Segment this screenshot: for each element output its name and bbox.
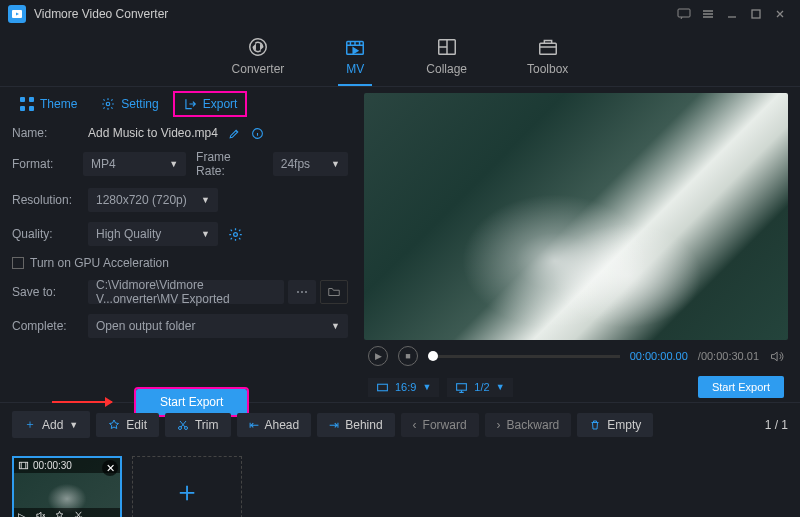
tab-label: Export: [203, 97, 238, 111]
framerate-label: Frame Rate:: [196, 150, 263, 178]
trim-button[interactable]: Trim: [165, 413, 231, 437]
pager: 1 / 1: [765, 418, 788, 432]
tab-export[interactable]: Export: [175, 93, 246, 115]
framerate-select[interactable]: 24fps▼: [273, 152, 348, 176]
svg-point-13: [234, 232, 238, 236]
zoom-select[interactable]: 1/2▼: [447, 378, 512, 397]
play-button[interactable]: ▶: [368, 346, 388, 366]
nav-label: Toolbox: [527, 62, 568, 76]
edit-name-icon[interactable]: [228, 127, 241, 140]
stop-button[interactable]: ■: [398, 346, 418, 366]
gpu-checkbox[interactable]: Turn on GPU Acceleration: [12, 256, 169, 270]
menu-icon[interactable]: [696, 2, 720, 26]
info-icon[interactable]: [251, 127, 264, 140]
tab-theme[interactable]: Theme: [12, 93, 85, 115]
resolution-label: Resolution:: [12, 193, 78, 207]
top-nav: Converter MV Collage Toolbox: [0, 28, 800, 87]
quality-label: Quality:: [12, 227, 78, 241]
browse-button[interactable]: ⋯: [288, 280, 316, 304]
nav-toolbox[interactable]: Toolbox: [521, 32, 574, 86]
aspect-value: 16:9: [395, 381, 416, 393]
export-panel: Theme Setting Export Name: Add Music to …: [0, 87, 360, 402]
close-icon[interactable]: [768, 2, 792, 26]
clip-thumbnail[interactable]: 00:00:30 ✕ ▷: [12, 456, 122, 517]
seek-slider[interactable]: [428, 355, 620, 358]
svg-rect-18: [19, 462, 27, 468]
svg-point-11: [107, 102, 111, 106]
annotation-arrow-icon: [52, 401, 112, 403]
volume-icon[interactable]: [769, 349, 784, 364]
format-value: MP4: [91, 157, 116, 171]
nav-label: Collage: [426, 62, 467, 76]
complete-value: Open output folder: [96, 319, 195, 333]
saveto-value: C:\Vidmore\Vidmore V...onverter\MV Expor…: [96, 278, 276, 306]
saveto-field[interactable]: C:\Vidmore\Vidmore V...onverter\MV Expor…: [88, 280, 284, 304]
film-icon: [18, 460, 29, 471]
forward-button[interactable]: ‹Forward: [401, 413, 479, 437]
mute-icon[interactable]: [35, 510, 46, 517]
framerate-value: 24fps: [281, 157, 310, 171]
gear-icon: [101, 97, 115, 111]
name-label: Name:: [12, 126, 78, 140]
tab-label: Setting: [121, 97, 158, 111]
screen-icon: [455, 381, 468, 394]
app-title: Vidmore Video Converter: [34, 7, 168, 21]
open-folder-icon[interactable]: [320, 280, 348, 304]
video-preview[interactable]: [364, 93, 788, 340]
app-logo-icon: [8, 5, 26, 23]
svg-rect-15: [457, 383, 467, 390]
complete-select[interactable]: Open output folder▼: [88, 314, 348, 338]
gpu-label: Turn on GPU Acceleration: [30, 256, 169, 270]
time-total: /00:00:30.01: [698, 350, 759, 362]
start-export-button[interactable]: Start Export: [136, 389, 247, 415]
feedback-icon[interactable]: [672, 2, 696, 26]
start-export-button-preview[interactable]: Start Export: [698, 376, 784, 398]
time-current: 00:00:00.00: [630, 350, 688, 362]
svg-marker-6: [261, 45, 263, 49]
saveto-label: Save to:: [12, 285, 78, 299]
add-clip-placeholder[interactable]: ＋: [132, 456, 242, 517]
preview-panel: ▶ ■ 00:00:00.00/00:00:30.01 16:9▼ 1/2▼ S…: [360, 87, 800, 402]
tab-label: Theme: [40, 97, 77, 111]
star-edit-icon[interactable]: [54, 510, 65, 517]
maximize-icon[interactable]: [744, 2, 768, 26]
minimize-icon[interactable]: [720, 2, 744, 26]
svg-marker-5: [253, 45, 255, 49]
export-icon: [183, 97, 197, 111]
behind-button[interactable]: ⇥Behind: [317, 413, 394, 437]
backward-button[interactable]: ›Backward: [485, 413, 572, 437]
edit-button[interactable]: Edit: [96, 413, 159, 437]
aspect-select[interactable]: 16:9▼: [368, 378, 439, 397]
svg-marker-8: [353, 48, 358, 53]
nav-label: MV: [346, 62, 364, 76]
format-select[interactable]: MP4▼: [83, 152, 186, 176]
tab-setting[interactable]: Setting: [93, 93, 166, 115]
svg-point-4: [250, 39, 267, 56]
nav-converter[interactable]: Converter: [226, 32, 291, 86]
add-button[interactable]: ＋Add▼: [12, 411, 90, 438]
clip-strip: 00:00:30 ✕ ▷ ＋: [0, 446, 800, 517]
resolution-value: 1280x720 (720p): [96, 193, 187, 207]
name-value: Add Music to Video.mp4: [88, 126, 218, 140]
quality-select[interactable]: High Quality▼: [88, 222, 218, 246]
remove-clip-icon[interactable]: ✕: [102, 460, 118, 476]
nav-collage[interactable]: Collage: [420, 32, 473, 86]
nav-mv[interactable]: MV: [338, 32, 372, 86]
format-label: Format:: [12, 157, 73, 171]
resolution-select[interactable]: 1280x720 (720p)▼: [88, 188, 218, 212]
ahead-button[interactable]: ⇤Ahead: [237, 413, 312, 437]
quality-settings-icon[interactable]: [228, 227, 243, 242]
svg-rect-3: [752, 10, 760, 18]
scissors-icon[interactable]: [73, 510, 84, 517]
titlebar: Vidmore Video Converter: [0, 0, 800, 28]
clip-duration: 00:00:30: [33, 460, 72, 471]
svg-rect-2: [678, 9, 690, 17]
zoom-value: 1/2: [474, 381, 489, 393]
aspect-icon: [376, 381, 389, 394]
play-icon[interactable]: ▷: [18, 510, 27, 517]
empty-button[interactable]: Empty: [577, 413, 653, 437]
svg-rect-10: [539, 43, 556, 54]
nav-label: Converter: [232, 62, 285, 76]
svg-rect-14: [378, 384, 388, 391]
quality-value: High Quality: [96, 227, 161, 241]
